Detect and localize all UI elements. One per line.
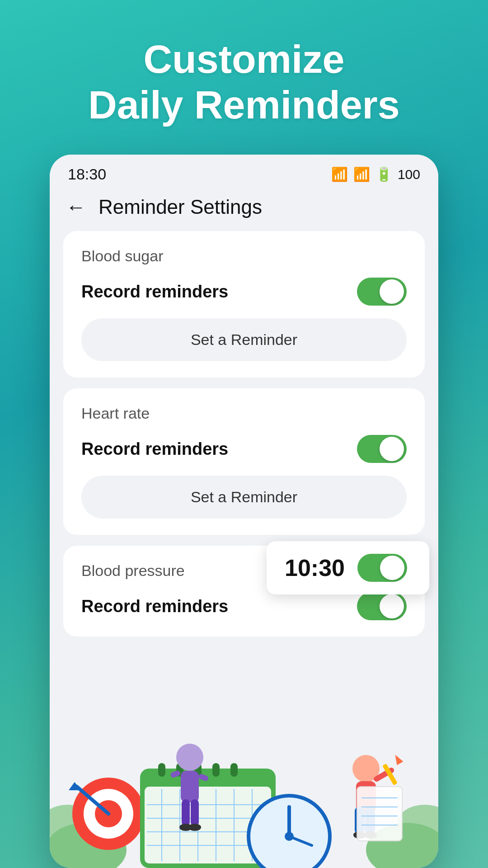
heart-rate-toggle-row: Record reminders bbox=[81, 435, 407, 463]
svg-point-31 bbox=[188, 824, 201, 831]
page-title: Reminder Settings bbox=[99, 196, 262, 218]
svg-rect-14 bbox=[230, 763, 238, 777]
blood-sugar-card: Blood sugar Record reminders Set a Remin… bbox=[63, 231, 425, 377]
heart-rate-record-label: Record reminders bbox=[81, 439, 228, 459]
time-tooltip: 10:30 bbox=[267, 541, 429, 594]
back-button[interactable]: ← bbox=[66, 196, 86, 218]
svg-rect-27 bbox=[181, 771, 199, 802]
svg-marker-46 bbox=[392, 753, 404, 765]
status-bar: 18:30 📶 📶 🔋 100 bbox=[50, 155, 438, 189]
illustration-svg bbox=[50, 678, 438, 868]
tooltip-toggle[interactable] bbox=[357, 554, 407, 582]
blood-sugar-label: Blood sugar bbox=[81, 247, 407, 265]
blood-sugar-toggle-row: Record reminders bbox=[81, 278, 407, 306]
blood-pressure-record-label: Record reminders bbox=[81, 597, 228, 616]
svg-point-26 bbox=[176, 744, 203, 771]
phone-frame: 18:30 📶 📶 🔋 100 ← Reminder Settings Bloo… bbox=[50, 155, 438, 868]
heart-rate-label: Heart rate bbox=[81, 405, 407, 422]
blood-pressure-toggle[interactable] bbox=[357, 592, 407, 620]
blood-sugar-set-reminder-button[interactable]: Set a Reminder bbox=[81, 318, 407, 361]
battery-icon: 🔋 bbox=[375, 166, 392, 182]
header-section: Customize Daily Reminders bbox=[88, 36, 400, 127]
heart-rate-set-reminder-button[interactable]: Set a Reminder bbox=[81, 476, 407, 519]
blood-sugar-record-label: Record reminders bbox=[81, 282, 228, 302]
svg-rect-13 bbox=[212, 763, 220, 777]
status-time: 18:30 bbox=[68, 165, 106, 183]
status-icons: 📶 📶 🔋 100 bbox=[331, 166, 420, 182]
illustration-area bbox=[50, 678, 438, 868]
top-nav: ← Reminder Settings bbox=[50, 189, 438, 231]
svg-marker-8 bbox=[69, 782, 81, 790]
heart-rate-card: Heart rate Record reminders Set a Remind… bbox=[63, 388, 425, 535]
battery-level: 100 bbox=[398, 167, 420, 182]
svg-rect-47 bbox=[357, 787, 402, 841]
blood-pressure-section: Blood pressure Record reminders 10:30 bbox=[63, 546, 425, 637]
blood-pressure-toggle-row: Record reminders bbox=[81, 592, 407, 620]
svg-rect-28 bbox=[182, 799, 190, 826]
tooltip-time: 10:30 bbox=[285, 554, 345, 581]
svg-rect-10 bbox=[158, 763, 165, 777]
blood-sugar-toggle[interactable] bbox=[357, 278, 407, 306]
wifi-icon: 📶 bbox=[331, 166, 348, 182]
svg-rect-29 bbox=[191, 799, 199, 826]
header-title: Customize Daily Reminders bbox=[88, 36, 400, 127]
heart-rate-toggle[interactable] bbox=[357, 435, 407, 463]
signal-icon: 📶 bbox=[353, 166, 370, 182]
